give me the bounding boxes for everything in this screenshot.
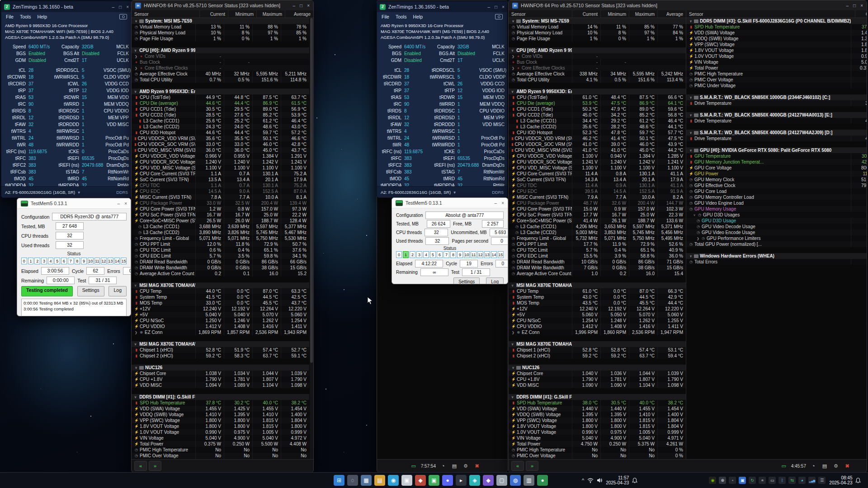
sensor-row[interactable]: ⚡CPU VDDCR_VDD Voltage (SVI3 T...1.100 V… [509, 153, 686, 159]
sensor-row[interactable]: ◷Average Effective Clock40 MHz32 MHz5,59… [132, 71, 309, 77]
sensor-row[interactable]: ▮CPU CCD1 (Tdie)30.5 °C29.5 °C89.0 °C56.… [132, 106, 309, 112]
app-icon-1[interactable]: ▣ [401, 475, 412, 486]
sensor-row[interactable]: ❯●Core VIDs- [509, 53, 686, 59]
screenshot-camera-icon[interactable] [495, 14, 503, 19]
bluetooth-icon[interactable]: ᛒ [778, 477, 786, 484]
sensor-row[interactable]: ▮Drive Temperature40 °C40 °C43 °C40 °C [686, 118, 867, 124]
minimize-button[interactable]: – [112, 5, 115, 9]
sensor-row[interactable]: ◷GPU Video Engine Load0 %0 %0 %0 % [686, 200, 867, 206]
sensor-row[interactable]: ▮CPU CCD1 (Tdie)50.3 °C47.9 °C89.0 °C59.… [509, 106, 686, 112]
sensor-row[interactable]: ⚡+5V5.060 V5.050 V5.070 V5.060 V [509, 312, 686, 318]
scrollbar[interactable] [310, 18, 313, 460]
sensor-row[interactable]: ⚡Core+SoC+MISC Power (SVI3 TFN)26.5 W26.… [132, 218, 309, 224]
volume-icon[interactable] [597, 478, 603, 483]
sensor-row[interactable]: ⚡+5V5.040 V5.040 V5.070 V5.060 V [132, 312, 309, 318]
start-button[interactable]: ⊞ [334, 475, 344, 486]
sensor-row[interactable]: ⚡1.8V VOUT Voltage1.800 V1.800 V1.815 V1… [132, 423, 309, 429]
sensor-row[interactable]: ▮CPU Temp61.0 °C0.0 °C87.0 °C66.3 °C [509, 288, 686, 294]
notification-bell-icon[interactable] [855, 478, 861, 483]
sensor-row[interactable]: ⚡+12V12.240 V12.192 V12.264 V12.220 V [132, 306, 309, 312]
sensor-row[interactable]: ▮CPU CCD2 (Tdie)45.0 °C34.2 °C85.2 °C56.… [509, 112, 686, 118]
collapse-chevron-icon[interactable]: ∨ [511, 89, 514, 94]
screenshot-camera-icon[interactable] [119, 14, 127, 19]
sensor-row[interactable]: ◷GPU Video Encode Usage0 %0 %0 %0 % [686, 230, 867, 235]
sensor-row[interactable]: ⚡CPU TDC11.4 A0.9 A130.1 A41.1 A [509, 183, 686, 188]
clock-icon[interactable]: ◔ [809, 462, 817, 469]
sensor-row[interactable]: ◷PMIC Over VoltageNoNoNoNo [132, 453, 309, 459]
sensor-section-header[interactable]: ∨CPU [#0]: AMD Ryzen 9 9950X3D [509, 47, 686, 53]
sensor-row[interactable]: ⚡CPU Core Current (SVI3 TFN)1.1 A0.7 A13… [132, 171, 309, 177]
collapse-chevron-icon[interactable]: ∨ [134, 365, 138, 371]
sensor-row[interactable]: ⚡VPP (SWC) Voltage1.800 V1.800 V1.815 V1… [686, 42, 867, 47]
sensor-row[interactable]: ▮CPU VDDCR_VDD VRM (SVI3 TFN)35.6 °C35.5… [132, 136, 309, 141]
expand-chevron-icon[interactable]: ❯ [134, 53, 138, 59]
sensor-row[interactable]: ▮CPU CCD2 (Tdie)28.5 °C27.6 °C85.2 °C53.… [132, 112, 309, 118]
hwinfo-titlebar[interactable]: H HWiNFO® 64 Pro v8.25-5710 Sensor Statu… [132, 0, 313, 10]
sensor-row[interactable]: ◷PMIC High TemperatureNoNoNo0 % [686, 71, 867, 77]
menu-help[interactable]: Help [413, 14, 423, 19]
sensor-section-header[interactable]: ∨MSI MAG X870E TOMAHAWK WIFI (MS-7E59) (… [132, 282, 309, 288]
collapse-chevron-icon[interactable]: ∨ [511, 341, 514, 347]
tray-app-icon-2[interactable]: ▣ [739, 477, 746, 484]
sensor-row[interactable]: ◷GPU Effective Clock79 MHz75 MHz2,792 MH… [686, 183, 867, 188]
sensor-row[interactable]: ▮Drive Temperature40 °C39 °C42 °C40 °C [686, 136, 867, 141]
sensor-section-header[interactable]: ∨GPU [#0]: NVIDIA GeForce RTX 5080: Pali… [686, 147, 867, 153]
sensor-section-header[interactable]: ∨AMD Ryzen 9 9950X3D: Enhanced [509, 89, 686, 94]
sensor-row[interactable]: ⚡CPU Package Power48.7 W32.6 W200.4 W144… [509, 200, 686, 206]
mixer-tray-icon[interactable]: ☰ [818, 477, 826, 484]
app-icon-10[interactable]: ● [537, 475, 548, 486]
sensor-row[interactable]: ⚡VDDQ (SWB) Voltage1.410 V1.395 V1.410 V… [132, 412, 309, 418]
sensor-row[interactable]: ⚡CPU VDDIO1.412 V1.408 V1.416 V1.411 V [509, 324, 686, 329]
expand-chevron-icon[interactable]: ❯ [511, 53, 515, 59]
sensor-row[interactable]: ❯⊛EZ Conn1,869 RPM1,857 RPM2,536 RPM1,94… [132, 329, 309, 335]
sensor-row[interactable]: ◷L3 Cache (CCD2)5,003 MHz3,853 MHz5,745 … [509, 230, 686, 235]
close-button[interactable]: × [307, 3, 310, 8]
file-explorer-icon[interactable]: ▤ [374, 475, 385, 486]
sensor-row[interactable]: ◷CPU TDC Limit5.7 %0.4 %65.1 %40.9 % [509, 247, 686, 253]
hwinfo-titlebar[interactable]: H HWiNFO® 64 Pro v8.25-5710 Sensor Statu… [509, 0, 867, 10]
sensor-section-header[interactable]: ∨DDR5 DIMM [#1]: G.Skill F5-6000J2836G16… [509, 394, 686, 400]
report-icon[interactable]: ▤ [821, 462, 829, 469]
sensor-row[interactable]: ⚡CPU VDDIO1.412 V1.408 V1.416 V1.411 V [132, 324, 309, 329]
sensor-section-header[interactable]: ∨MSI MAG X870E TOMAHAWK WIFI (MS-7E59) (… [509, 282, 686, 288]
sensor-row[interactable]: ▮CPU Temp44.0 °C0.0 °C87.0 °C63.3 °C [132, 288, 309, 294]
close-sensors-icon[interactable]: ✖ [473, 462, 481, 469]
search-icon[interactable]: ◌ [347, 475, 358, 486]
testmem5-titlebar[interactable]: TestMem5 0.13.1 –× [392, 198, 508, 208]
sensor-row[interactable]: ▮CPU Die (average)44.6 °C44.4 °C86.9 °C6… [132, 100, 309, 106]
menu-tools[interactable]: Tools [396, 14, 407, 19]
collapse-chevron-icon[interactable]: ∨ [134, 89, 137, 94]
sensor-row[interactable]: ●Bus Clock-- [509, 59, 686, 65]
sensor-row[interactable]: ◷Average Active Core Count1.00.216.015.4 [509, 271, 686, 277]
sensor-row[interactable]: ◷DRAM Read Bandwidth10 GB/s0 GB/s86 GB/s… [509, 259, 686, 265]
hidden-icons-chevron[interactable]: ^ [582, 478, 584, 483]
sensor-section-header[interactable]: ∨S.M.A.R.T.: WD_BLACK SN850X 4000GB (241… [686, 112, 867, 118]
settings-gear-icon[interactable]: ⚙ [462, 462, 470, 469]
sensor-row[interactable]: ◷CPU PPT Limit12.0 %11.8 %72.9 %50.7 % [132, 241, 309, 247]
sensor-row[interactable]: ◷PMIC High TemperatureNoNoNoNo [132, 447, 309, 453]
nvidia-tray-icon[interactable]: ◉ [709, 477, 716, 484]
sensor-row[interactable]: ∨◷GPU D3D Usages0 %12 % [686, 212, 867, 218]
close-button[interactable]: × [126, 5, 129, 9]
sensor-row[interactable]: ⚡VDD (SWA) Voltage1.440 V1.440 V1.455 V1… [509, 406, 686, 412]
sensor-row[interactable]: ▮L3 Cache (CCD2)24.3 °C24.0 °C48.6 °C43.… [132, 124, 309, 130]
sensor-row[interactable]: ⚡CPU VDDCR_VDD Voltage (SVI3 T...0.966 V… [132, 153, 309, 159]
sensor-row[interactable]: ◷Page File Usage1 %0 %1 %1 % [509, 36, 686, 42]
zentimings-titlebar[interactable]: Z ZenTimings 1.36.1650 - beta –□× [1, 1, 132, 12]
sensor-row[interactable]: ◷Total CPU Utility4.1 %0.5 %151.6 %113.4… [509, 77, 686, 83]
sensor-row[interactable]: ◷GPU Memory Usage6 %5 %7 %6 % [686, 206, 867, 212]
sensor-row[interactable]: ⚡VDD MISC1.094 V1.089 V1.104 V1.098 V [132, 382, 309, 388]
sensor-row[interactable]: ⚡Chipset Core1.040 V1.036 V1.044 V1.039 … [509, 371, 686, 376]
sensor-row[interactable]: ◷Page File Usage1 %0 %1 %1 % [132, 36, 309, 42]
dropdown-arrow-icon[interactable]: ▾ [453, 190, 456, 195]
app-icon-6[interactable]: ◆ [483, 475, 494, 486]
sensor-row[interactable]: ⚡GPU Power11.9 W10.1 W47.0 W11.9 W [686, 171, 867, 177]
sensor-row[interactable]: ▮Chipset 1 (xHCI)52.8 °C52.8 °C57.4 °C53… [509, 347, 686, 353]
sensor-row[interactable]: ◷Physical Memory Load10 %8 %97 %85 % [132, 30, 309, 36]
collapse-chevron-icon[interactable]: ∨ [134, 18, 138, 24]
sensor-row[interactable]: ⚡VPP (SWC) Voltage1.800 V1.800 V1.815 V1… [132, 418, 309, 423]
sensor-row[interactable]: ▮CPU VDDCR_SOC VRM (SVI3 TFN)41.0 °C39.0… [509, 141, 686, 147]
tray-app-icon-1[interactable]: ▪ [729, 477, 736, 484]
sensor-row[interactable]: ◷Frequency Limit - Global5,732 MHz5,071 … [509, 235, 686, 241]
menu-file[interactable]: File [382, 14, 389, 19]
